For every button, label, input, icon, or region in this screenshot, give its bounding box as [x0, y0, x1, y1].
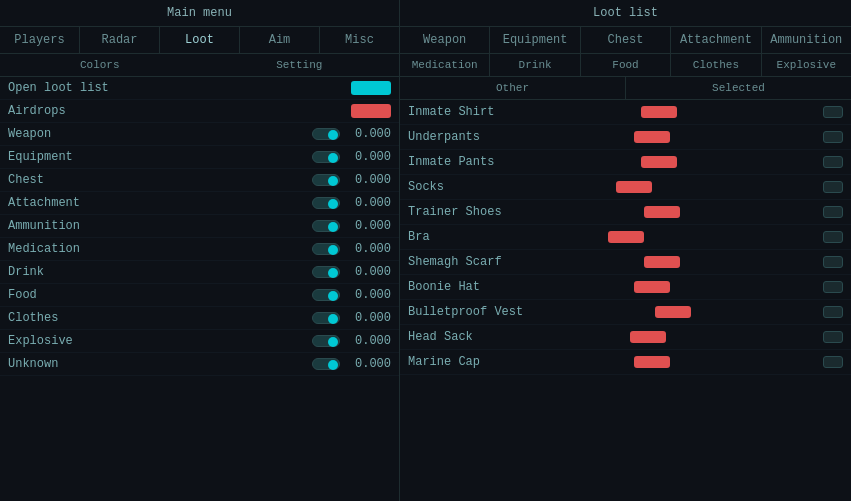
item-name: Bra [408, 230, 430, 244]
rtab-equipment[interactable]: Equipment [490, 27, 580, 53]
item-toggle[interactable] [608, 231, 644, 243]
rtab-attachment[interactable]: Attachment [671, 27, 761, 53]
right-filter-tabs: Other Selected [400, 77, 851, 100]
item-toggle-right[interactable] [823, 156, 843, 168]
attachment-label: Attachment [8, 196, 312, 210]
weapon-toggle[interactable] [312, 128, 340, 140]
item-toggle[interactable] [634, 131, 670, 143]
loot-list-title: Loot list [400, 0, 851, 27]
row-drink: Drink 0.000 [0, 261, 399, 284]
item-toggle[interactable] [634, 281, 670, 293]
row-equipment: Equipment 0.000 [0, 146, 399, 169]
item-toggle-right[interactable] [823, 206, 843, 218]
item-toggle-right[interactable] [823, 131, 843, 143]
rsubtab-drink[interactable]: Drink [490, 54, 580, 76]
item-toggle[interactable] [616, 181, 652, 193]
rsubtab-medication[interactable]: Medication [400, 54, 490, 76]
airdrops-label: Airdrops [8, 104, 351, 118]
item-toggle-right[interactable] [823, 331, 843, 343]
item-name: Inmate Shirt [408, 105, 494, 119]
item-toggle[interactable] [641, 156, 677, 168]
rtab-weapon[interactable]: Weapon [400, 27, 490, 53]
tab-loot[interactable]: Loot [160, 27, 240, 53]
row-clothes: Clothes 0.000 [0, 307, 399, 330]
right-panel: Loot list Weapon Equipment Chest Attachm… [400, 0, 851, 501]
item-toggle[interactable] [644, 256, 680, 268]
filter-selected[interactable]: Selected [626, 77, 851, 99]
drink-value: 0.000 [346, 265, 391, 279]
item-toggle-right[interactable] [823, 231, 843, 243]
item-toggle[interactable] [655, 306, 691, 318]
rtab-chest[interactable]: Chest [581, 27, 671, 53]
row-food: Food 0.000 [0, 284, 399, 307]
medication-value: 0.000 [346, 242, 391, 256]
row-airdrops: Airdrops [0, 100, 399, 123]
item-toggle-right[interactable] [823, 281, 843, 293]
subtab-setting[interactable]: Setting [200, 54, 400, 76]
item-name: Marine Cap [408, 355, 480, 369]
rsubtab-explosive[interactable]: Explosive [762, 54, 851, 76]
filter-other[interactable]: Other [400, 77, 626, 99]
list-item: Head Sack [400, 325, 851, 350]
rsubtab-clothes[interactable]: Clothes [671, 54, 761, 76]
medication-label: Medication [8, 242, 312, 256]
items-list: Inmate Shirt Underpants Inmate Pants Soc… [400, 100, 851, 501]
airdrops-toggle[interactable] [351, 104, 391, 118]
clothes-label: Clothes [8, 311, 312, 325]
row-medication: Medication 0.000 [0, 238, 399, 261]
food-label: Food [8, 288, 312, 302]
row-open-loot-list: Open loot list [0, 77, 399, 100]
item-name: Boonie Hat [408, 280, 480, 294]
open-loot-toggle[interactable] [351, 81, 391, 95]
row-unknown: Unknown 0.000 [0, 353, 399, 376]
list-item: Bulletproof Vest [400, 300, 851, 325]
tab-radar[interactable]: Radar [80, 27, 160, 53]
item-toggle-right[interactable] [823, 256, 843, 268]
attachment-value: 0.000 [346, 196, 391, 210]
ammunition-toggle[interactable] [312, 220, 340, 232]
drink-toggle[interactable] [312, 266, 340, 278]
item-toggle-right[interactable] [823, 356, 843, 368]
clothes-toggle[interactable] [312, 312, 340, 324]
list-item: Marine Cap [400, 350, 851, 375]
attachment-toggle[interactable] [312, 197, 340, 209]
right-nav-tabs: Weapon Equipment Chest Attachment Ammuni… [400, 27, 851, 54]
rsubtab-food[interactable]: Food [581, 54, 671, 76]
weapon-label: Weapon [8, 127, 312, 141]
row-chest: Chest 0.000 [0, 169, 399, 192]
list-item: Boonie Hat [400, 275, 851, 300]
item-toggle-right[interactable] [823, 106, 843, 118]
rtab-ammunition[interactable]: Ammunition [762, 27, 851, 53]
tab-players[interactable]: Players [0, 27, 80, 53]
item-toggle[interactable] [644, 206, 680, 218]
item-name: Bulletproof Vest [408, 305, 523, 319]
equipment-label: Equipment [8, 150, 312, 164]
tab-misc[interactable]: Misc [320, 27, 399, 53]
subtab-colors[interactable]: Colors [0, 54, 200, 76]
left-sub-tabs: Colors Setting [0, 54, 399, 77]
chest-toggle[interactable] [312, 174, 340, 186]
drink-label: Drink [8, 265, 312, 279]
food-toggle[interactable] [312, 289, 340, 301]
food-value: 0.000 [346, 288, 391, 302]
unknown-value: 0.000 [346, 357, 391, 371]
list-item: Trainer Shoes [400, 200, 851, 225]
explosive-value: 0.000 [346, 334, 391, 348]
explosive-label: Explosive [8, 334, 312, 348]
explosive-toggle[interactable] [312, 335, 340, 347]
equipment-toggle[interactable] [312, 151, 340, 163]
item-name: Inmate Pants [408, 155, 494, 169]
tab-aim[interactable]: Aim [240, 27, 320, 53]
item-toggle-right[interactable] [823, 181, 843, 193]
equipment-value: 0.000 [346, 150, 391, 164]
medication-toggle[interactable] [312, 243, 340, 255]
item-toggle-right[interactable] [823, 306, 843, 318]
ammunition-label: Ammunition [8, 219, 312, 233]
item-toggle[interactable] [641, 106, 677, 118]
item-toggle[interactable] [630, 331, 666, 343]
item-toggle[interactable] [634, 356, 670, 368]
row-ammunition: Ammunition 0.000 [0, 215, 399, 238]
unknown-toggle[interactable] [312, 358, 340, 370]
list-item: Socks [400, 175, 851, 200]
ammunition-value: 0.000 [346, 219, 391, 233]
